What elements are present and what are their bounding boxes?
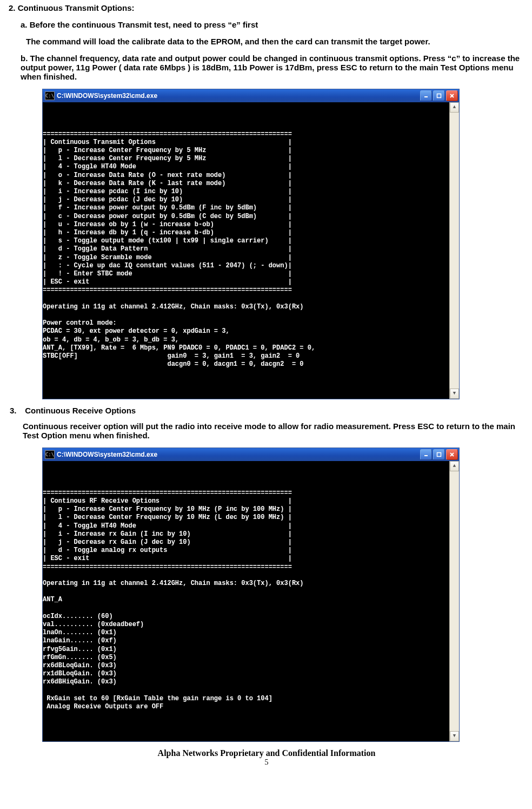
close-button[interactable] (446, 449, 458, 460)
window-title: C:\WINDOWS\system32\cmd.exe (57, 92, 157, 100)
close-icon (449, 93, 455, 98)
scroll-up-button[interactable]: ▲ (450, 461, 459, 471)
minimize-button[interactable] (420, 449, 432, 460)
minimize-icon (423, 452, 429, 457)
cmd-icon: C:\ (45, 91, 55, 100)
scroll-track[interactable] (450, 113, 459, 389)
section-3-title: Continuous Receive Options (25, 406, 136, 415)
page-number: 5 (5, 758, 528, 767)
console-transmit-text: ========================================… (43, 119, 459, 374)
svg-rect-1 (437, 94, 441, 98)
scrollbar[interactable]: ▲ ▼ (449, 461, 459, 741)
scroll-down-button[interactable]: ▼ (450, 731, 459, 741)
section-3-index: 3. (10, 406, 23, 415)
maximize-icon (436, 93, 442, 98)
cmd-window-transmit: C:\ C:\WINDOWS\system32\cmd.exe ========… (42, 89, 460, 399)
cmd-window-receive: C:\ C:\WINDOWS\system32\cmd.exe ========… (42, 448, 460, 742)
maximize-icon (436, 452, 442, 457)
maximize-button[interactable] (433, 90, 445, 101)
maximize-button[interactable] (433, 449, 445, 460)
section-3-body: Continuous receiver option will put the … (23, 422, 528, 440)
section-3-heading: 3. Continuous Receive Options (10, 406, 528, 415)
cmd-icon: C:\ (45, 450, 55, 459)
titlebar: C:\ C:\WINDOWS\system32\cmd.exe (43, 448, 459, 461)
scroll-up-button[interactable]: ▲ (450, 102, 459, 113)
section-2-heading: 2. Continuous Transmit Options: (9, 3, 528, 12)
scroll-down-button[interactable]: ▼ (450, 389, 459, 399)
sub-a-heading: a. Before the continuous Transmit test, … (21, 20, 528, 29)
scroll-track[interactable] (450, 471, 459, 731)
minimize-icon (423, 93, 429, 98)
svg-rect-5 (437, 453, 441, 457)
minimize-button[interactable] (420, 90, 432, 101)
close-icon (449, 452, 455, 457)
console-receive-text: ========================================… (43, 478, 459, 717)
window-title: C:\WINDOWS\system32\cmd.exe (57, 451, 157, 458)
scrollbar[interactable]: ▲ ▼ (449, 102, 459, 399)
sub-b-heading: b. The channel frequency, data rate and … (21, 54, 528, 81)
close-button[interactable] (446, 90, 458, 101)
note-a: The command will load the calibrate data… (26, 37, 528, 46)
footer-text: Alpha Networks Proprietary and Confident… (5, 748, 528, 758)
console-transmit: ========================================… (43, 102, 459, 399)
titlebar: C:\ C:\WINDOWS\system32\cmd.exe (43, 89, 459, 102)
console-receive: ========================================… (43, 461, 459, 741)
